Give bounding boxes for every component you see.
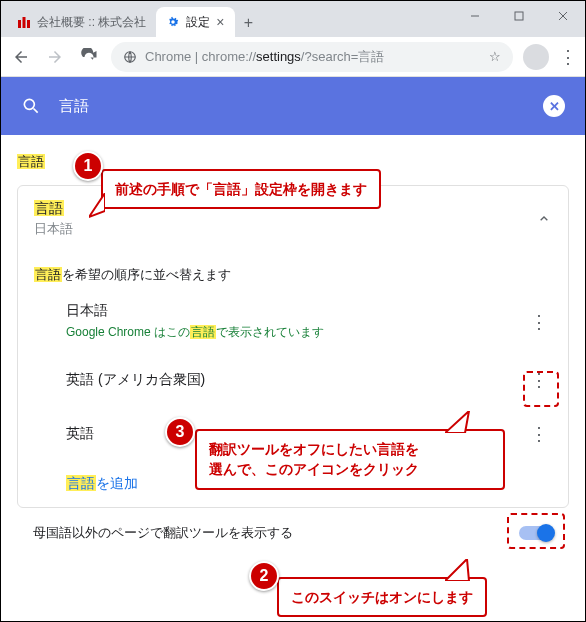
browser-toolbar: Chrome | chrome://settings/?search=言語 ☆ … <box>1 37 585 77</box>
minimize-button[interactable] <box>453 1 497 31</box>
search-icon <box>21 96 41 116</box>
svg-marker-9 <box>445 411 469 433</box>
profile-avatar[interactable] <box>523 44 549 70</box>
chevron-up-icon <box>536 211 552 227</box>
svg-rect-4 <box>515 12 523 20</box>
tab-1[interactable]: 設定 × <box>156 7 234 37</box>
annotation-callout-1: 前述の手順で「言語」設定枠を開きます <box>101 169 381 209</box>
reload-button[interactable] <box>77 45 101 69</box>
language-name: 英語 (アメリカ合衆国) <box>66 371 526 389</box>
svg-rect-1 <box>23 17 26 28</box>
language-item-ja: 日本語 Google Chrome はこの言語で表示されています ⋮ <box>18 290 568 353</box>
svg-point-6 <box>24 99 34 109</box>
atmark-icon <box>17 15 31 29</box>
annotation-badge-2: 2 <box>249 561 279 591</box>
language-item-en-us: 英語 (アメリカ合衆国) ⋮ <box>18 353 568 407</box>
svg-marker-10 <box>445 559 469 581</box>
annotation-dashbox-switch <box>507 513 565 549</box>
more-icon[interactable]: ⋮ <box>526 419 552 449</box>
maximize-button[interactable] <box>497 1 541 31</box>
annotation-callout-2: このスイッチはオンにします <box>277 577 487 617</box>
site-info-icon[interactable] <box>123 50 137 64</box>
tab-strip: 会社概要 :: 株式会社 設定 × + <box>1 1 453 37</box>
url-text: Chrome | chrome://settings/?search=言語 <box>145 48 384 66</box>
annotation-badge-1: 1 <box>73 151 103 181</box>
bookmark-icon[interactable]: ☆ <box>489 49 501 64</box>
clear-search-icon[interactable]: ✕ <box>543 95 565 117</box>
annotation-badge-3: 3 <box>165 417 195 447</box>
tab-0[interactable]: 会社概要 :: 株式会社 <box>7 7 156 37</box>
tab-label: 設定 <box>186 14 210 31</box>
tab-label: 会社概要 :: 株式会社 <box>37 14 146 31</box>
card-subtitle: 日本語 <box>34 220 536 238</box>
svg-line-7 <box>34 109 38 113</box>
chrome-menu-icon[interactable]: ⋮ <box>559 46 577 68</box>
back-button[interactable] <box>9 45 33 69</box>
more-icon[interactable]: ⋮ <box>526 307 552 337</box>
gear-icon <box>166 15 180 29</box>
translate-toggle-label: 母国語以外のページで翻訳ツールを表示する <box>33 524 507 542</box>
new-tab-button[interactable]: + <box>235 9 263 37</box>
search-query[interactable]: 言語 <box>59 97 525 116</box>
close-window-button[interactable] <box>541 1 585 31</box>
reorder-instruction: 言語を希望の順序に並べ替えます <box>18 252 568 290</box>
window-titlebar: 会社概要 :: 株式会社 設定 × + <box>1 1 585 37</box>
settings-search-header: 言語 ✕ <box>1 77 585 135</box>
svg-rect-0 <box>18 20 21 28</box>
annotation-dashbox-more <box>523 371 559 407</box>
forward-button[interactable] <box>43 45 67 69</box>
address-bar[interactable]: Chrome | chrome://settings/?search=言語 ☆ <box>111 42 513 72</box>
translate-toggle-row: 母国語以外のページで翻訳ツールを表示する <box>17 510 569 556</box>
language-name: 日本語 <box>66 302 526 320</box>
window-controls <box>453 1 585 37</box>
close-tab-icon[interactable]: × <box>216 14 224 30</box>
language-desc: Google Chrome はこの言語で表示されています <box>66 324 526 341</box>
svg-rect-2 <box>27 20 30 28</box>
annotation-callout-3: 翻訳ツールをオフにしたい言語を選んで、このアイコンをクリック <box>195 429 505 490</box>
svg-marker-8 <box>89 193 105 217</box>
